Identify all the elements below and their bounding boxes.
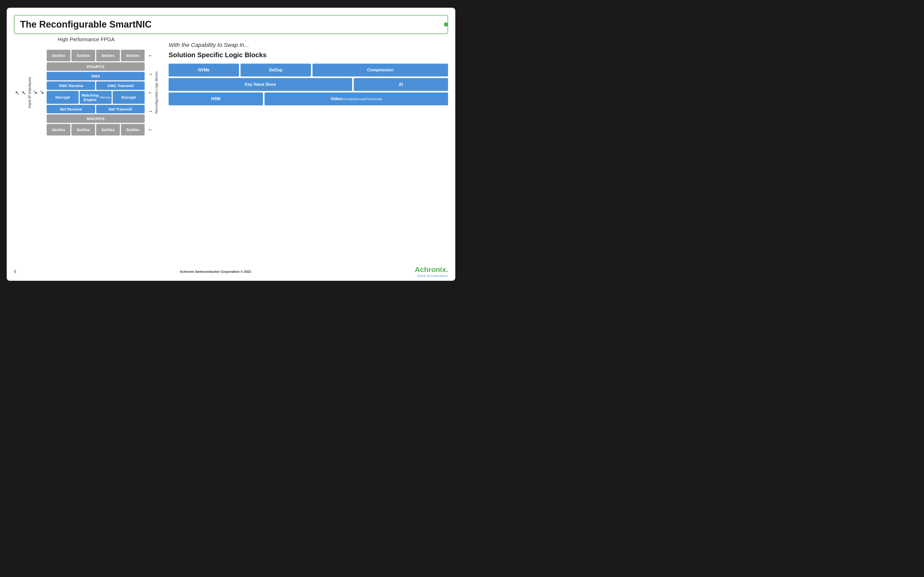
- serdes-row-bottom: SerDes SerDes SerDes SerDes: [47, 124, 145, 135]
- page-number: 5: [14, 269, 16, 274]
- side-arrows: ← → ← → ←: [148, 46, 153, 139]
- vnic-transmit-block: VNIC Transmit: [96, 81, 145, 90]
- net-receive-block: Net Receive: [47, 105, 95, 113]
- main-content: High Performance FPGA ↗ ↗ Hard IP Interf…: [7, 37, 455, 139]
- hard-ip-label: Hard IP Interfaces: [27, 77, 32, 108]
- solution-row-3: HSM Video Encode/Decode/Transcode: [169, 92, 448, 105]
- reconfig-area: ← → ← → ← Reconfigurable Logic Blocks: [146, 46, 158, 139]
- key-value-store-block: Key Value Store: [169, 78, 352, 91]
- arrow-right-1: ←: [148, 53, 153, 58]
- compression-block: Compression: [312, 64, 448, 76]
- serdes-bottom-1: SerDes: [47, 124, 70, 135]
- pcie-block: PCIe/PCS: [47, 62, 145, 71]
- header-box: The Reconfigurable SmartNIC: [14, 15, 448, 34]
- serdes-row-top: SerDes SerDes SerDes SerDes: [47, 50, 145, 61]
- serdes-top-1: SerDes: [47, 50, 70, 61]
- vnic-receive-block: VNIC Receive: [47, 81, 95, 90]
- footer-copyright: Achronix Semiconductor Corporation © 202…: [180, 270, 251, 274]
- fpga-title: High Performance FPGA: [58, 37, 115, 42]
- solution-grid: NVMe DeDup Compression Key Value Store A…: [169, 64, 448, 105]
- achronix-name: Achronix.: [415, 266, 448, 274]
- nvme-block: NVMe: [169, 64, 239, 76]
- mac-block: MAC/PCS: [47, 114, 145, 123]
- solution-row-2: Key Value Store AI: [169, 78, 448, 91]
- video-block: Video Encode/Decode/Transcode: [265, 92, 448, 105]
- pcie-row: PCIe/PCS: [47, 62, 145, 71]
- dedup-block: DeDup: [241, 64, 311, 76]
- solution-section: With the Capability to Swap In... Soluti…: [169, 37, 448, 139]
- ai-block: AI: [354, 78, 448, 91]
- arrow-right-5: ←: [148, 127, 153, 133]
- serdes-bottom-2: SerDes: [71, 124, 95, 135]
- net-row: Net Receive Net Transmit: [47, 105, 145, 113]
- net-transmit-block: Net Transmit: [96, 105, 145, 113]
- serdes-top-4: SerDes: [121, 50, 145, 61]
- mac-row: MAC/PCS: [47, 114, 145, 123]
- encrypt-block: Encrypt: [113, 91, 145, 104]
- reconfig-label: Reconfigurable Logic Blocks: [154, 71, 158, 114]
- fpga-section: High Performance FPGA ↗ ↗ Hard IP Interf…: [14, 37, 158, 139]
- fpga-blocks: SerDes SerDes SerDes SerDes PCIe/PCS DMA: [47, 50, 145, 135]
- solution-subtitle: With the Capability to Swap In...: [169, 42, 448, 48]
- footer: 5 Achronix Semiconductor Corporation © 2…: [7, 266, 455, 278]
- dma-row: DMA: [47, 72, 145, 81]
- arrow-right-3: ←: [148, 90, 153, 95]
- serdes-top-3: SerDes: [96, 50, 120, 61]
- slide: The Reconfigurable SmartNIC High Perform…: [7, 8, 455, 281]
- serdes-bottom-4: SerDes: [121, 124, 145, 135]
- achronix-logo: Achronix. Data Acceleration: [415, 266, 448, 278]
- solution-row-1: NVMe DeDup Compression: [169, 64, 448, 76]
- solution-title: Solution Specific Logic Blocks: [169, 51, 448, 59]
- hsm-block: HSM: [169, 92, 263, 105]
- slide-title: The Reconfigurable SmartNIC: [20, 19, 442, 30]
- serdes-top-2: SerDes: [71, 50, 95, 61]
- matching-engine-block: Matching Engine (filtering): [80, 91, 111, 104]
- achronix-sub: Data Acceleration: [417, 274, 448, 278]
- arrow-right-2: →: [148, 71, 153, 77]
- decrypt-row: Decrypt Matching Engine (filtering) Encr…: [47, 91, 145, 104]
- decrypt-block: Decrypt: [47, 91, 79, 104]
- vnic-row: VNIC Receive VNIC Transmit: [47, 81, 145, 90]
- dma-block: DMA: [47, 72, 145, 81]
- serdes-bottom-3: SerDes: [96, 124, 120, 135]
- fpga-diagram: ↗ ↗ Hard IP Interfaces ↙ ↙ SerDes SerDes…: [14, 46, 158, 139]
- arrow-right-4: →: [148, 108, 153, 114]
